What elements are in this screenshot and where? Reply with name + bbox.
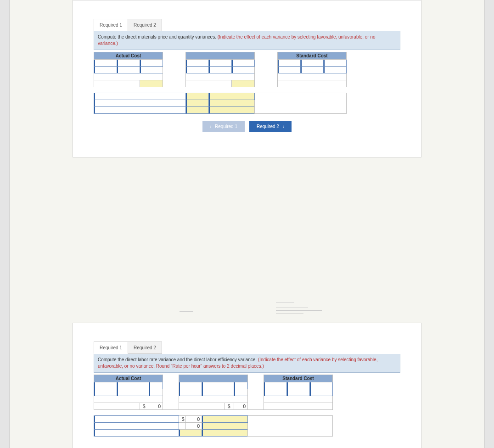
- variance-label-input[interactable]: [94, 93, 186, 100]
- hdr-standard-cost: Standard Cost: [278, 52, 347, 60]
- nav-next-button[interactable]: Required 2 ›: [249, 121, 292, 132]
- cell-input[interactable]: [149, 382, 163, 389]
- cell-input[interactable]: [278, 60, 301, 67]
- cell-input[interactable]: [209, 67, 232, 73]
- hdr-actual-cost: Actual Cost: [94, 375, 163, 382]
- cell-input[interactable]: [324, 67, 347, 73]
- variance-label-input[interactable]: [94, 430, 179, 437]
- variance-effect-select[interactable]: [202, 416, 248, 423]
- prompt-main: Compute the direct labor rate variance a…: [98, 357, 258, 362]
- tab-required-2[interactable]: Required 2: [128, 342, 162, 354]
- prompt-main: Compute the direct materials price and q…: [98, 34, 218, 39]
- cell-input[interactable]: [149, 389, 163, 396]
- currency-symbol: $: [179, 416, 186, 423]
- variance-amount[interactable]: [179, 430, 202, 437]
- hdr-standard-cost: Standard Cost: [264, 375, 333, 382]
- cell-total: [140, 80, 163, 87]
- variance-effect-select[interactable]: [209, 93, 255, 100]
- cell-input[interactable]: [140, 60, 163, 67]
- cell-input[interactable]: [278, 67, 301, 73]
- variance-amount[interactable]: [186, 107, 209, 114]
- currency-symbol: $: [225, 403, 234, 410]
- cell-input[interactable]: [232, 60, 255, 67]
- cell-input[interactable]: [140, 67, 163, 73]
- variance-amount[interactable]: [186, 100, 209, 107]
- cell-input[interactable]: [310, 389, 333, 396]
- nav-prev-button[interactable]: ‹ Required 1: [202, 121, 245, 132]
- chevron-left-icon: ‹: [210, 124, 211, 129]
- prompt-text: Compute the direct labor rate variance a…: [94, 354, 400, 373]
- cell-input[interactable]: [117, 67, 140, 73]
- cell-input[interactable]: [234, 382, 248, 389]
- cell-input[interactable]: [209, 60, 232, 67]
- cell-input[interactable]: [301, 60, 324, 67]
- cell-input[interactable]: [186, 67, 209, 73]
- variance-effect-select[interactable]: [209, 107, 255, 114]
- tabs-req: Required 1 Required 2: [94, 342, 400, 354]
- cell-input[interactable]: [94, 389, 117, 396]
- variance-amount: 0: [186, 423, 202, 430]
- cell-input[interactable]: [301, 67, 324, 73]
- cell-input[interactable]: [324, 60, 347, 67]
- total-value: 0: [234, 403, 248, 410]
- variance-label-input[interactable]: [94, 416, 179, 423]
- tabs-req: Required 1 Required 2: [94, 19, 400, 31]
- total-value: 0: [149, 403, 163, 410]
- variance-amount: 0: [186, 416, 202, 423]
- worksheet-card-materials: Required 1 Required 2 Compute the direct…: [73, 0, 421, 157]
- prompt-text: Compute the direct materials price and q…: [94, 31, 400, 50]
- cell-input[interactable]: [94, 60, 117, 67]
- variance-effect-select[interactable]: [209, 100, 255, 107]
- cell-input[interactable]: [117, 60, 140, 67]
- tab-required-1[interactable]: Required 1: [94, 19, 128, 31]
- cell-input[interactable]: [264, 382, 287, 389]
- cell-input[interactable]: [117, 382, 149, 389]
- cell-input[interactable]: [117, 389, 149, 396]
- cell-input[interactable]: [287, 389, 310, 396]
- variance-label-input[interactable]: [94, 100, 186, 107]
- spacer: [19, 171, 475, 323]
- currency-symbol: $: [140, 403, 149, 410]
- worksheet-grid-materials: Actual Cost Standard Cost: [94, 52, 347, 87]
- cell-input[interactable]: [234, 389, 248, 396]
- cell-input[interactable]: [179, 389, 202, 396]
- variance-grid-labor: $ 0 0: [94, 415, 333, 437]
- cell-input[interactable]: [232, 67, 255, 73]
- cell-input[interactable]: [186, 60, 209, 67]
- cell-input[interactable]: [179, 382, 202, 389]
- variance-effect-select[interactable]: [202, 423, 248, 430]
- cell-total: [232, 80, 255, 87]
- variance-label-input[interactable]: [94, 107, 186, 114]
- variance-label-input[interactable]: [94, 423, 179, 430]
- cell-input[interactable]: [287, 382, 310, 389]
- hdr-actual-cost: Actual Cost: [94, 52, 163, 60]
- variance-amount[interactable]: [186, 93, 209, 100]
- chevron-right-icon: ›: [283, 124, 284, 129]
- worksheet-card-labor: Required 1 Required 2 Compute the direct…: [73, 323, 421, 448]
- variance-effect-select[interactable]: [202, 430, 248, 437]
- cell-input[interactable]: [264, 389, 287, 396]
- cell-input[interactable]: [310, 382, 333, 389]
- worksheet-grid-labor: Actual Cost Standard Cost: [94, 375, 333, 410]
- variance-grid-materials: [94, 93, 347, 114]
- cell-input[interactable]: [202, 382, 234, 389]
- cell-input[interactable]: [94, 67, 117, 73]
- tab-required-2[interactable]: Required 2: [128, 19, 162, 31]
- tab-required-1[interactable]: Required 1: [94, 342, 128, 354]
- nav-buttons: ‹ Required 1 Required 2 ›: [94, 121, 400, 132]
- cell-input[interactable]: [202, 389, 234, 396]
- cell-input[interactable]: [94, 382, 117, 389]
